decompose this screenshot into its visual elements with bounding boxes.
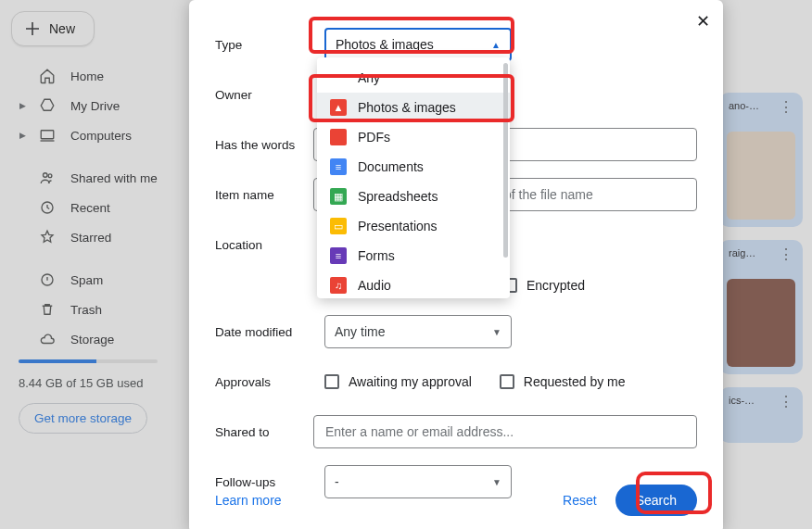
approvals-awaiting-checkbox[interactable]: Awaiting my approval xyxy=(324,374,472,389)
scrollbar[interactable] xyxy=(503,63,508,258)
encrypted-checkbox-row[interactable]: Encrypted xyxy=(502,278,585,293)
type-option-label: Photos & images xyxy=(358,100,456,115)
type-option[interactable]: ▲Photos & images xyxy=(317,93,510,122)
filetype-icon xyxy=(330,129,347,145)
close-icon[interactable]: ✕ xyxy=(696,11,710,31)
filetype-icon xyxy=(330,69,347,86)
caret-up-icon: ▲ xyxy=(491,40,501,50)
type-option-label: Any xyxy=(358,70,380,85)
label-date-modified: Date modified xyxy=(215,325,324,339)
type-option-label: Spreadsheets xyxy=(358,189,438,204)
label-item-name: Item name xyxy=(215,188,313,202)
label-owner: Owner xyxy=(215,88,324,102)
date-modified-value: Any time xyxy=(335,324,385,339)
type-option[interactable]: ≡Forms xyxy=(317,241,510,271)
type-option-label: PDFs xyxy=(358,130,390,145)
learn-more-link[interactable]: Learn more xyxy=(215,493,282,508)
type-select-value: Photos & images xyxy=(336,37,434,52)
type-option[interactable]: ♫Audio xyxy=(317,271,510,298)
filetype-icon: ≡ xyxy=(330,247,347,264)
date-modified-select[interactable]: Any time ▼ xyxy=(324,315,512,348)
approvals-awaiting-label: Awaiting my approval xyxy=(349,374,472,389)
label-shared-to: Shared to xyxy=(215,425,313,439)
filetype-icon: ▲ xyxy=(330,99,347,116)
filetype-icon: ▭ xyxy=(330,218,347,234)
label-location: Location xyxy=(215,238,324,252)
type-option-label: Forms xyxy=(358,248,395,263)
label-type: Type xyxy=(215,38,324,52)
type-option[interactable]: ▭Presentations xyxy=(317,211,510,241)
label-has-words: Has the words xyxy=(215,138,313,152)
type-select[interactable]: Photos & images ▲ xyxy=(324,28,512,61)
filetype-icon: ▦ xyxy=(330,188,347,205)
type-option[interactable]: ▦Spreadsheets xyxy=(317,182,510,211)
type-option[interactable]: PDFs xyxy=(317,122,510,152)
approvals-requested-checkbox[interactable]: Requested by me xyxy=(500,374,626,389)
filetype-icon: ≡ xyxy=(330,158,347,175)
approvals-requested-label: Requested by me xyxy=(524,374,626,389)
shared-to-input[interactable] xyxy=(313,415,697,448)
encrypted-label: Encrypted xyxy=(527,278,585,293)
checkbox-icon[interactable] xyxy=(500,374,514,389)
type-dropdown: Any▲Photos & imagesPDFs≡Documents▦Spread… xyxy=(317,57,510,298)
checkbox-icon[interactable] xyxy=(324,374,339,389)
type-option[interactable]: Any xyxy=(317,63,510,93)
type-option-label: Audio xyxy=(358,278,391,293)
filetype-icon: ♫ xyxy=(330,277,347,294)
type-option[interactable]: ≡Documents xyxy=(317,152,510,182)
type-option-label: Presentations xyxy=(358,219,438,233)
label-approvals: Approvals xyxy=(215,375,324,389)
search-button[interactable]: Search xyxy=(615,485,697,516)
reset-button[interactable]: Reset xyxy=(563,493,597,508)
caret-down-icon: ▼ xyxy=(492,327,501,337)
type-option-label: Documents xyxy=(358,159,424,174)
